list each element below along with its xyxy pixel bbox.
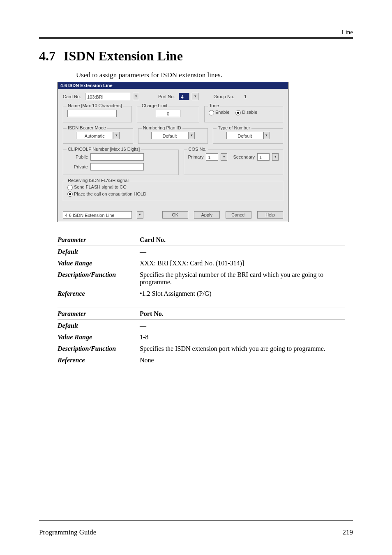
bearer-select[interactable]: Automatic (76, 132, 113, 139)
numtype-select[interactable]: Default (226, 132, 263, 139)
clip-private-label: Private (67, 164, 88, 169)
card-no-field[interactable]: 103:BRI (85, 93, 130, 100)
param-value: Card No. (140, 236, 345, 244)
bearer-legend: ISDN Bearer Mode (67, 125, 107, 130)
help-button[interactable]: Help (257, 211, 283, 219)
header-corner: Line (39, 29, 353, 36)
ref-label: Reference (58, 290, 140, 297)
group-no-value: 1 (244, 94, 247, 99)
range-label: Value Range (58, 334, 140, 341)
dialog-window: 4-6 ISDN Extension Line Card No. 103:BRI… (58, 82, 288, 222)
ref-value: •1.2 Slot Assignment (P/G) (140, 290, 345, 297)
card-no-label: Card No. (63, 94, 81, 99)
section-heading: 4.7ISDN Extension Line (39, 48, 353, 64)
cos-primary-select[interactable]: 1 (206, 153, 218, 161)
plan-select[interactable]: Default (151, 132, 188, 139)
chevron-down-icon[interactable]: ▾ (192, 93, 198, 100)
chevron-down-icon[interactable]: ▾ (188, 132, 195, 139)
chevron-down-icon[interactable]: ▾ (133, 93, 139, 100)
section-number: 4.7 (39, 48, 55, 64)
footer-left: Programming Guide (39, 528, 96, 537)
clip-legend: CLIP/COLP Number [Max 16 Digits] (67, 147, 141, 152)
group-no-label: Group No. (213, 94, 234, 99)
plan-legend: Numbering Plan ID (142, 125, 182, 130)
tone-disable-radio[interactable]: Disable (235, 110, 257, 115)
param-value: Port No. (140, 310, 345, 318)
chevron-down-icon[interactable]: ▾ (263, 132, 270, 139)
ok-button[interactable]: OK (162, 211, 188, 219)
desc-label: Description/Function (58, 271, 140, 286)
range-value: 1-8 (140, 334, 345, 341)
param-label: Parameter (58, 236, 140, 244)
default-label: Default (58, 322, 140, 329)
param-block-port-no: Parameter Port No. Default — Value Range… (58, 308, 345, 366)
flash-send-radio[interactable]: Send FLASH signal to CO (67, 184, 279, 190)
tone-enable-radio[interactable]: Enable (209, 110, 229, 115)
flash-legend: Receiving ISDN FLASH signal (67, 178, 130, 183)
top-rule (39, 37, 353, 39)
intro-text: Used to assign parameters for ISDN exten… (76, 71, 353, 79)
flash-hold-radio[interactable]: Place the call on consultation HOLD (67, 191, 279, 197)
port-no-label: Port No. (158, 94, 175, 99)
name-input[interactable] (67, 110, 117, 117)
ref-value: None (140, 357, 345, 364)
chevron-down-icon[interactable]: ▾ (113, 132, 120, 139)
param-block-card-no: Parameter Card No. Default — Value Range… (58, 234, 345, 299)
default-label: Default (58, 248, 140, 256)
tone-legend: Tone (208, 103, 220, 108)
nav-select[interactable]: 4-6 ISDN Extension Line (63, 211, 132, 219)
ref-label: Reference (58, 357, 140, 364)
cos-legend: COS No. (187, 147, 208, 152)
default-value: — (140, 248, 345, 256)
desc-label: Description/Function (58, 345, 140, 352)
clip-private-input[interactable] (90, 163, 144, 170)
default-value: — (140, 322, 345, 329)
cancel-button[interactable]: Cancel (226, 211, 251, 219)
cos-secondary-select[interactable]: 1 (257, 153, 270, 161)
footer-page: 219 (343, 528, 353, 537)
desc-value: Specifies the ISDN extension port which … (140, 345, 345, 352)
dialog-titlebar: 4-6 ISDN Extension Line (58, 82, 288, 89)
range-label: Value Range (58, 260, 140, 267)
charge-input[interactable]: 0 (156, 110, 180, 117)
section-title: ISDN Extension Line (64, 48, 183, 63)
chevron-down-icon[interactable]: ▾ (221, 153, 227, 161)
clip-public-input[interactable] (90, 153, 144, 161)
apply-button[interactable]: Apply (194, 211, 220, 219)
numtype-legend: Type of Number (217, 125, 251, 130)
port-no-field[interactable]: 4 (179, 93, 189, 100)
cos-primary-label: Primary (188, 154, 204, 159)
cos-secondary-label: Secondary (233, 154, 255, 159)
footer-rule (39, 520, 353, 521)
name-legend: Name [Max 10 Characters] (67, 103, 123, 108)
clip-public-label: Public (67, 154, 88, 159)
range-value: XXX: BRI [XXX: Card No. (101-314)] (140, 260, 345, 267)
desc-value: Specifies the physical number of the BRI… (140, 271, 345, 286)
param-label: Parameter (58, 310, 140, 318)
chevron-down-icon[interactable]: ▾ (137, 211, 143, 219)
chevron-down-icon[interactable]: ▾ (272, 153, 279, 161)
charge-legend: Charge Limit (141, 103, 168, 108)
